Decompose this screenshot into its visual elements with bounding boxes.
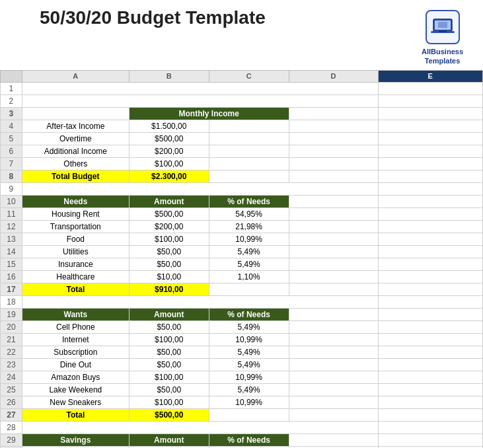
logo-text: AllBusinessTemplates: [422, 47, 463, 66]
spreadsheet-wrapper: 50/30/20 Budget Template AllBusinessTemp…: [0, 0, 483, 448]
corner-cell: [1, 70, 22, 82]
col-e-header: E: [378, 70, 482, 82]
table-row: 2: [1, 94, 483, 107]
table-row: 18: [1, 295, 483, 308]
title-area: 50/30/20 Budget Template AllBusinessTemp…: [0, 0, 483, 70]
table-row: 27 Total $500,00: [1, 408, 483, 421]
table-row: 10 Needs Amount % of Needs: [1, 195, 483, 207]
table-row: 15 Insurance $50,00 5,49%: [1, 258, 483, 270]
table-row: 7 Others $100,00: [1, 157, 483, 170]
table-row: 23 Dine Out $50,00 5,49%: [1, 358, 483, 371]
needs-section-header: Needs: [22, 195, 129, 207]
col-a-header: A: [22, 70, 129, 82]
svg-rect-2: [438, 22, 447, 28]
table-row: 11 Housing Rent $500,00 54,95%: [1, 207, 483, 220]
others-cell: Others: [22, 157, 129, 170]
healthcare-cell: Healthcare: [22, 270, 129, 283]
laptop-icon: [431, 17, 455, 37]
col-header-row: A B C D E: [1, 70, 483, 82]
table-row: 20 Cell Phone $50,00 5,49%: [1, 320, 483, 333]
table-row: 12 Transportation $200,00 21,98%: [1, 220, 483, 233]
food-cell: Food: [22, 233, 129, 245]
table-row: 3 Monthly Income: [1, 107, 483, 120]
table-row: 4 After-tax Income $1.500,00: [1, 120, 483, 132]
wants-section-header: Wants: [22, 308, 129, 320]
table-row: 25 Lake Weekend $50,00 5,49%: [1, 383, 483, 396]
table-row: 8 Total Budget $2.300,00: [1, 170, 483, 182]
table-row: 26 New Sneakers $100,00 10,99%: [1, 396, 483, 408]
spreadsheet-table: A B C D E 1 2 3 Monthly Inco: [0, 70, 483, 448]
savings-section-header: Savings: [22, 433, 129, 446]
table-row: 5 Overtime $500,00: [1, 132, 483, 145]
table-row: 1: [1, 82, 483, 94]
table-row: 22 Subscription $50,00 5,49%: [1, 346, 483, 358]
table-row: 17 Total $910,00: [1, 283, 483, 295]
table-row: 24 Amazon Buys $100,00 10,99%: [1, 371, 483, 383]
col-b-header: B: [129, 70, 209, 82]
col-c-header: C: [209, 70, 289, 82]
svg-rect-4: [439, 31, 447, 32]
page-title: 50/30/20 Budget Template: [40, 7, 266, 29]
grid-area: A B C D E 1 2 3 Monthly Inco: [0, 70, 483, 448]
table-row: 9: [1, 182, 483, 195]
new-sneakers-cell: New Sneakers: [22, 396, 129, 408]
monthly-income-header: Monthly Income: [129, 107, 289, 120]
housing-rent-cell: Housing Rent: [22, 207, 129, 220]
table-row: 16 Healthcare $10,00 1,10%: [1, 270, 483, 283]
table-row: 21 Internet $100,00 10,99%: [1, 333, 483, 346]
table-row: 13 Food $100,00 10,99%: [1, 233, 483, 245]
logo-area: AllBusinessTemplates: [422, 10, 463, 66]
table-row: 6 Additional Income $200,00: [1, 145, 483, 157]
table-row: 29 Savings Amount % of Needs: [1, 433, 483, 446]
table-row: 19 Wants Amount % of Needs: [1, 308, 483, 320]
col-d-header: D: [289, 70, 378, 82]
table-row: 28: [1, 421, 483, 433]
table-row: 14 Utilities $50,00 5,49%: [1, 245, 483, 258]
logo-icon: [426, 10, 460, 44]
